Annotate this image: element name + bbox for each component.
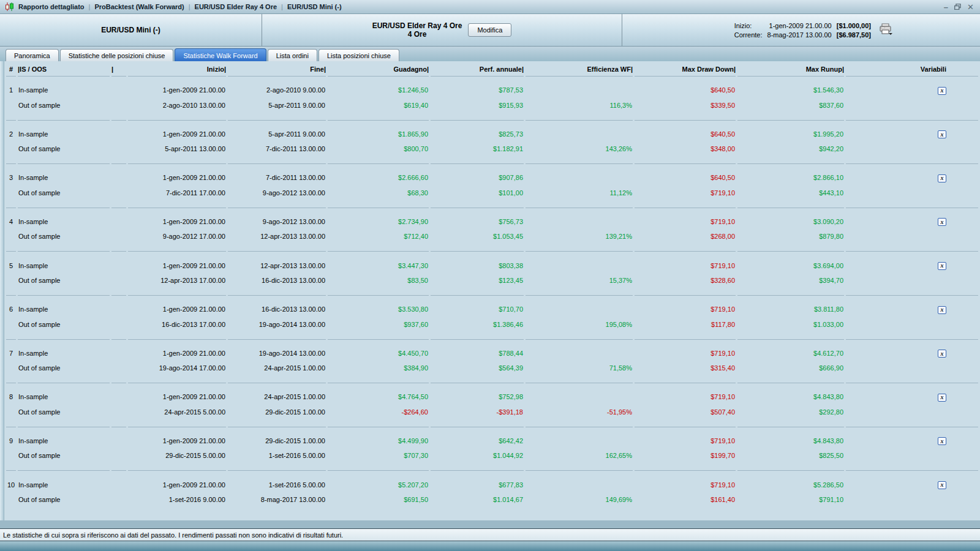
cell-fine: 1-set-2016 5.00.00	[228, 470, 326, 492]
cell-sample-label: In-sample	[18, 163, 110, 186]
report-header: EUR/USD Mini (-) EUR/USD Elder Ray 4 Ore…	[0, 14, 980, 47]
cell-max-runup: $3.694,00	[737, 251, 844, 273]
modify-button[interactable]: Modifica	[468, 23, 511, 37]
variables-icon[interactable]: x	[938, 306, 946, 314]
variables-icon[interactable]: x	[938, 218, 946, 226]
cell-variabili	[846, 98, 978, 120]
tab-statistiche-walk-forward[interactable]: Statistiche Walk Forward	[175, 48, 266, 61]
variables-icon[interactable]: x	[938, 87, 946, 95]
wf-group: 4 In-sample 1-gen-2009 21.00.00 9-ago-20…	[6, 208, 978, 252]
cell-efficienza-wf	[526, 76, 633, 98]
disclaimer-text: Le statistiche di cui sopra si riferisco…	[3, 531, 343, 539]
cell-efficienza-wf: 149,69%	[526, 492, 633, 514]
restore-icon[interactable]	[954, 4, 961, 10]
cell-max-runup: $1.995,20	[737, 120, 844, 142]
cell-variabili: x	[846, 427, 978, 449]
cell-max-drawdown: $161,40	[635, 492, 736, 514]
cell-sample-label: Out of sample	[18, 361, 110, 383]
minimize-icon[interactable]: –	[944, 3, 948, 11]
cell-guadagno: $691,50	[328, 492, 429, 514]
cell-efficienza-wf	[526, 470, 633, 492]
variables-icon[interactable]: x	[938, 437, 946, 445]
cell-period-number: 6	[6, 295, 16, 317]
cell-fine: 24-apr-2015 1.00.00	[228, 361, 326, 383]
cell-efficienza-wf: 116,3%	[526, 98, 633, 120]
cell-max-drawdown: $719,10	[635, 295, 736, 317]
cell-inizio: 24-apr-2015 5.00.00	[128, 405, 226, 427]
cell-fine: 5-apr-2011 9.00.00	[228, 98, 326, 120]
cell-max-runup: $394,70	[737, 273, 844, 295]
cell-sample-label: In-sample	[18, 251, 110, 273]
cell-period-number	[6, 186, 16, 208]
tab-panoramica[interactable]: Panoramica	[6, 49, 59, 61]
print-icon[interactable]	[878, 23, 893, 37]
close-icon[interactable]: ✕	[967, 3, 974, 11]
cell-period-number: 5	[6, 251, 16, 273]
cell-variabili: x	[846, 251, 978, 273]
cell-guadagno: -$264,60	[328, 405, 429, 427]
wf-group: 2 In-sample 1-gen-2009 21.00.00 5-apr-20…	[6, 120, 978, 164]
cell-efficienza-wf: 143,26%	[526, 141, 633, 163]
cell-variabili	[846, 186, 978, 208]
cell-variabili: x	[846, 339, 978, 361]
tab-lista-ordini[interactable]: Lista ordini	[268, 49, 317, 61]
wf-group: 3 In-sample 1-gen-2009 21.00.00 7-dic-20…	[6, 163, 978, 208]
column-header: |IS / OOS	[18, 61, 110, 76]
tab-lista-posizioni-chiuse[interactable]: Lista posizioni chiuse	[318, 49, 399, 61]
cell-max-drawdown: $339,50	[635, 98, 736, 120]
cell-max-drawdown: $268,00	[635, 229, 736, 251]
content-bottom-gap	[0, 520, 980, 528]
cell-fine: 1-set-2016 5.00.00	[228, 448, 326, 470]
cell-inizio: 12-apr-2013 17.00.00	[128, 273, 226, 295]
cell-perf-annuale: $642,42	[431, 427, 524, 449]
table-row-in-sample: 3 In-sample 1-gen-2009 21.00.00 7-dic-20…	[6, 163, 978, 186]
cell-fine: 9-ago-2012 13.00.00	[228, 186, 326, 208]
cell-perf-annuale: $825,73	[431, 120, 524, 142]
variables-icon[interactable]: x	[938, 481, 946, 489]
cell-separator	[111, 186, 126, 208]
cell-fine: 24-apr-2015 1.00.00	[228, 383, 326, 405]
wf-group: 8 In-sample 1-gen-2009 21.00.00 24-apr-2…	[6, 383, 978, 427]
wf-group: 1 In-sample 1-gen-2009 21.00.00 2-ago-20…	[6, 76, 978, 120]
window-controls: – ✕	[944, 3, 976, 11]
cell-fine: 19-ago-2014 13.00.00	[228, 339, 326, 361]
cell-inizio: 19-ago-2014 17.00.00	[128, 361, 226, 383]
variables-icon[interactable]: x	[938, 394, 946, 402]
cell-max-runup: $2.866,10	[737, 163, 844, 186]
cell-variabili: x	[846, 120, 978, 142]
tab-statistiche-delle-posizioni-chiuse[interactable]: Statistiche delle posizioni chiuse	[60, 49, 174, 61]
table-header-group: #|IS / OOS|Inizio|Fine|Guadagno|Perf. an…	[6, 61, 978, 76]
titlebar-separator: |	[189, 3, 190, 10]
cell-guadagno: $2.666,60	[328, 163, 429, 186]
cell-period-number	[6, 317, 16, 339]
cell-guadagno: $68,30	[328, 186, 429, 208]
cell-perf-annuale: $564,39	[431, 361, 524, 383]
cell-guadagno: $619,40	[328, 98, 429, 120]
corrente-amount: [$6.987,50]	[837, 31, 871, 39]
cell-period-number	[6, 361, 16, 383]
cell-perf-annuale: $752,98	[431, 383, 524, 405]
variables-icon[interactable]: x	[938, 174, 946, 182]
cell-fine: 2-ago-2010 9.00.00	[228, 76, 326, 98]
cell-separator	[111, 273, 126, 295]
inizio-label: Inizio:	[734, 22, 763, 29]
cell-efficienza-wf: -51,95%	[526, 405, 633, 427]
cell-separator	[111, 492, 126, 514]
variables-icon[interactable]: x	[938, 262, 946, 270]
table-row-in-sample: 6 In-sample 1-gen-2009 21.00.00 16-dic-2…	[6, 295, 978, 317]
cell-separator	[111, 141, 126, 163]
cell-efficienza-wf: 11,12%	[526, 186, 633, 208]
cell-max-drawdown: $507,40	[635, 405, 736, 427]
cell-max-drawdown: $315,40	[635, 361, 736, 383]
corrente-label: Corrente:	[734, 31, 763, 39]
cell-max-drawdown: $719,10	[635, 470, 736, 492]
cell-perf-annuale: $756,73	[431, 208, 524, 230]
variables-icon[interactable]: x	[938, 350, 946, 358]
column-header: #	[6, 61, 16, 76]
variables-icon[interactable]: x	[938, 130, 946, 138]
column-header: Inizio|	[128, 61, 226, 76]
titlebar-item: Rapporto dettagliato	[18, 3, 85, 10]
cell-max-runup: $1.546,30	[737, 76, 844, 98]
cell-inizio: 16-dic-2013 17.00.00	[128, 317, 226, 339]
application-window: Rapporto dettagliato|ProBacktest (Walk F…	[0, 0, 980, 551]
